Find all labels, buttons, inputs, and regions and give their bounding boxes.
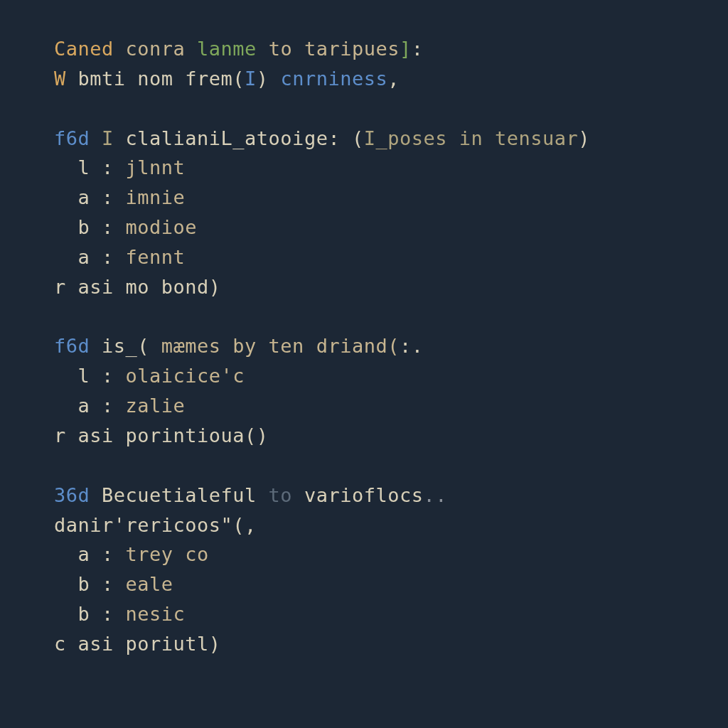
code-token: l : xyxy=(54,365,126,387)
code-token: cnrniness xyxy=(280,68,387,90)
code-token: jlnnt xyxy=(126,156,186,178)
code-token: r asi porintioua() xyxy=(54,424,269,446)
code-token: conra xyxy=(126,38,198,60)
code-token: : xyxy=(412,38,424,60)
code-token: b : xyxy=(54,216,126,238)
code-token: danir'rericoos"(, xyxy=(54,514,257,536)
code-token: a : xyxy=(54,186,126,208)
code-line: b : eale xyxy=(54,569,728,599)
code-token: lanme xyxy=(197,38,269,60)
code-token: imnie xyxy=(126,186,186,208)
code-token: r asi mo bond) xyxy=(54,276,221,298)
code-token: a : xyxy=(54,246,126,268)
code-line: l : jlnnt xyxy=(54,153,728,183)
code-token: f6d xyxy=(54,335,102,357)
code-token: varioflocs xyxy=(304,484,424,506)
code-line xyxy=(54,302,728,332)
code-token: , xyxy=(387,68,400,90)
code-token: b : xyxy=(54,603,126,625)
code-line: b : nesic xyxy=(54,599,728,629)
code-token: eale xyxy=(126,573,173,595)
code-token: Becuetialeful xyxy=(102,484,269,506)
code-line xyxy=(54,451,728,481)
code-token: bmti nom frem( xyxy=(78,68,245,90)
code-token: I xyxy=(102,127,126,149)
code-token: olaicice'c xyxy=(126,365,245,387)
code-token: fennt xyxy=(126,246,186,268)
code-token: .. xyxy=(423,484,447,506)
code-line: r asi porintioua() xyxy=(54,421,728,451)
code-token: zalie xyxy=(126,395,186,417)
code-token: :. xyxy=(400,335,424,357)
code-token: a : xyxy=(54,543,126,565)
code-token: b : xyxy=(54,573,126,595)
code-line: a : zalie xyxy=(54,391,728,421)
code-token: I xyxy=(245,68,257,90)
code-line: a : trey co xyxy=(54,540,728,569)
code-token: is_( xyxy=(102,335,161,357)
code-editor[interactable]: Caned conra lanme to taripues]:W bmti no… xyxy=(0,0,728,659)
code-token: c asi poriutl) xyxy=(54,633,221,655)
code-line: l : olaicice'c xyxy=(54,361,728,391)
code-line xyxy=(54,94,728,124)
code-token: mæmes by ten driand( xyxy=(161,335,400,357)
code-token: modioe xyxy=(126,216,198,238)
code-line: 36d Becuetialeful to varioflocs.. xyxy=(54,481,728,510)
code-line: W bmti nom frem(I) cnrniness, xyxy=(54,64,728,94)
code-line: r asi mo bond) xyxy=(54,272,728,302)
code-token: f6d xyxy=(54,127,102,149)
code-token: to taripues xyxy=(269,38,400,60)
code-token: Caned xyxy=(54,38,126,60)
code-line: a : imnie xyxy=(54,183,728,213)
code-line: f6d I clalianiL_atooige: (I_poses in ten… xyxy=(54,124,728,154)
code-line: f6d is_( mæmes by ten driand(:. xyxy=(54,331,728,361)
code-line: Caned conra lanme to taripues]: xyxy=(54,34,728,64)
code-line: danir'rericoos"(, xyxy=(54,510,728,540)
code-token: 36d xyxy=(54,484,102,506)
code-line: a : fennt xyxy=(54,242,728,272)
code-line: c asi poriutl) xyxy=(54,629,728,659)
code-token: ) xyxy=(257,68,281,90)
code-token: trey co xyxy=(126,543,209,565)
code-token: I_poses in tensuar xyxy=(364,127,579,149)
code-token: nesic xyxy=(126,603,186,625)
code-token: ] xyxy=(400,38,412,60)
code-token: to xyxy=(269,484,304,506)
code-token: a : xyxy=(54,395,126,417)
code-token: l : xyxy=(54,156,126,178)
code-token: W xyxy=(54,68,78,90)
code-token: clalianiL_atooige: ( xyxy=(126,127,364,149)
code-line: b : modioe xyxy=(54,213,728,242)
code-token: ) xyxy=(578,127,590,149)
